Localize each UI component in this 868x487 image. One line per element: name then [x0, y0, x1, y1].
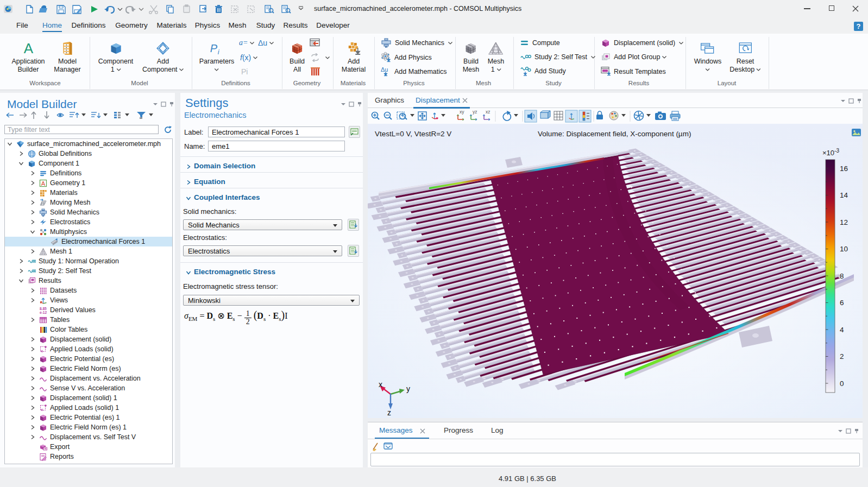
svg-text:x: x — [379, 380, 382, 389]
svg-text:10: 10 — [840, 245, 848, 253]
svg-text:Δu: Δu — [381, 66, 388, 73]
svg-text:Volume: Displacement field, X-: Volume: Displacement field, X-component … — [538, 130, 691, 138]
svg-text:e-12: e-12 — [40, 311, 47, 314]
svg-text:2: 2 — [840, 352, 844, 360]
svg-text:14: 14 — [840, 191, 848, 199]
svg-text:z: z — [387, 408, 391, 417]
svg-text:xz: xz — [486, 109, 490, 115]
svg-text:A: A — [41, 180, 46, 186]
svg-text:xy: xy — [460, 109, 464, 115]
svg-text:i: i — [218, 48, 220, 55]
svg-text:8.85: 8.85 — [40, 307, 47, 311]
svg-text:4: 4 — [840, 326, 844, 334]
svg-text:P: P — [210, 42, 218, 54]
svg-text:yz: yz — [473, 109, 477, 115]
svg-text:A: A — [23, 41, 33, 55]
svg-text:12: 12 — [840, 218, 848, 226]
svg-text:VtestL=0 V, VtestR=2 V: VtestL=0 V, VtestR=2 V — [375, 130, 451, 138]
svg-text:y: y — [406, 384, 410, 393]
svg-text:6: 6 — [840, 299, 844, 307]
svg-text:8: 8 — [840, 272, 844, 280]
svg-text:16: 16 — [840, 165, 848, 173]
svg-text:0: 0 — [840, 380, 844, 388]
